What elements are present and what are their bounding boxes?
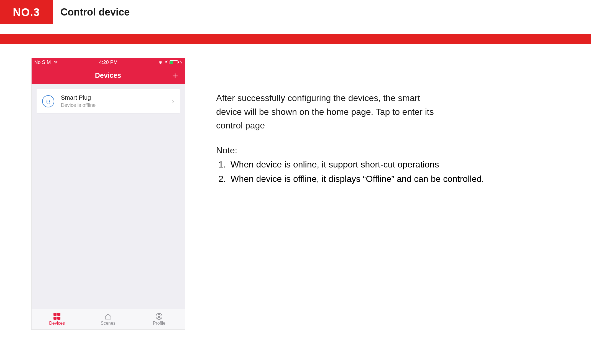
devices-grid-icon	[53, 313, 61, 320]
content-area: No SIM 4:20 PM ⊕ ϟ Devices ＋	[0, 44, 591, 329]
tab-bar: Devices Scenes Profile	[32, 309, 185, 329]
device-status: Device is offline	[61, 102, 172, 108]
note-item-2: When device is offline, it displays “Off…	[228, 172, 536, 186]
battery-icon	[170, 60, 178, 64]
carrier-label: No SIM	[34, 60, 51, 65]
orientation-lock-icon: ⊕	[159, 60, 162, 65]
divider-bar	[0, 34, 591, 44]
wifi-icon	[53, 60, 58, 65]
tab-label-devices: Devices	[49, 321, 65, 326]
chevron-right-icon: ›	[172, 97, 174, 105]
smart-plug-icon	[42, 95, 54, 107]
device-list: Smart Plug Device is offline ›	[32, 84, 185, 309]
location-icon	[164, 60, 168, 65]
nav-bar: Devices ＋	[32, 66, 185, 84]
note-item-1: When device is online, it support short-…	[228, 158, 536, 172]
svg-point-1	[158, 314, 160, 317]
tab-label-scenes: Scenes	[101, 321, 115, 326]
status-time: 4:20 PM	[99, 60, 117, 65]
header-row: NO.3 Control device	[0, 0, 591, 24]
home-icon	[104, 313, 112, 320]
status-left: No SIM	[34, 60, 58, 65]
note-list: When device is online, it support short-…	[216, 158, 536, 186]
charging-icon: ϟ	[180, 60, 182, 64]
device-card-smart-plug[interactable]: Smart Plug Device is offline ›	[37, 89, 180, 113]
tab-profile[interactable]: Profile	[134, 309, 185, 329]
section-badge: NO.3	[0, 0, 53, 24]
status-bar: No SIM 4:20 PM ⊕ ϟ	[32, 58, 185, 66]
tab-label-profile: Profile	[153, 321, 165, 326]
description-column: After successfully configuring the devic…	[216, 58, 591, 187]
intro-paragraph: After successfully configuring the devic…	[216, 91, 443, 133]
tab-devices[interactable]: Devices	[32, 309, 83, 329]
add-device-button[interactable]: ＋	[170, 71, 180, 80]
device-info: Smart Plug Device is offline	[61, 94, 172, 108]
device-name: Smart Plug	[61, 94, 172, 101]
tab-scenes[interactable]: Scenes	[83, 309, 134, 329]
note-heading: Note:	[216, 144, 443, 158]
phone-column: No SIM 4:20 PM ⊕ ϟ Devices ＋	[0, 58, 216, 329]
page-title: Control device	[60, 6, 130, 18]
status-right: ⊕ ϟ	[159, 60, 182, 65]
nav-title: Devices	[95, 71, 121, 79]
profile-icon	[155, 313, 163, 320]
phone-mockup: No SIM 4:20 PM ⊕ ϟ Devices ＋	[32, 58, 185, 329]
